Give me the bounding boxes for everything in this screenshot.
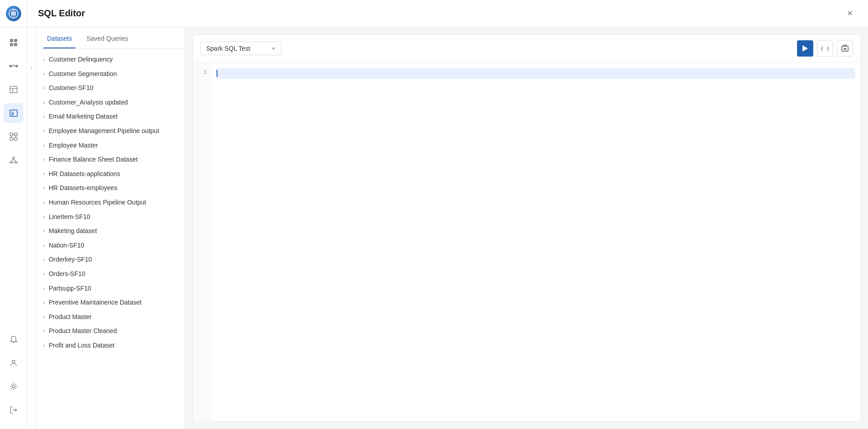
sidebar-item-grid[interactable] [4, 127, 24, 147]
sidebar-item-pipeline[interactable] [4, 56, 24, 76]
sidebar-nav [0, 0, 27, 429]
chevron-right-icon: › [43, 242, 45, 249]
line-number-1: 1 [197, 68, 207, 77]
svg-rect-11 [10, 110, 17, 116]
svg-point-23 [13, 157, 14, 159]
svg-rect-17 [10, 138, 13, 140]
list-item[interactable]: › Employee Master [36, 138, 185, 153]
collapse-icon[interactable]: › [27, 63, 36, 72]
sql-editor-modal: SQL Editor × › Datasets Saved Queries › … [27, 0, 868, 429]
panel-tabs: Datasets Saved Queries [36, 27, 185, 49]
toolbar-actions: { } [797, 40, 853, 57]
list-item[interactable]: › Human Resources Pipeline Output [36, 195, 185, 210]
svg-rect-3 [14, 39, 17, 42]
list-item[interactable]: › Profit and Loss Dataset [36, 338, 185, 353]
sidebar-item-table[interactable] [4, 80, 24, 100]
svg-rect-4 [10, 43, 13, 46]
list-item[interactable]: › Maketing dataset [36, 224, 185, 238]
dataset-name: Maketing dataset [49, 227, 178, 236]
svg-rect-5 [14, 43, 17, 46]
chevron-right-icon: › [43, 199, 45, 206]
dataset-name: Employee Management Pipeline output [49, 127, 178, 136]
format-button[interactable]: { } [817, 40, 833, 57]
list-item[interactable]: › Partsupp-SF10 [36, 281, 185, 296]
svg-rect-15 [10, 133, 13, 136]
list-item[interactable]: › Employee Management Pipeline output [36, 124, 185, 138]
list-item[interactable]: › Orderkey-SF10 [36, 253, 185, 267]
list-item[interactable]: › Customer Delinquency [36, 52, 185, 67]
clear-button[interactable] [837, 40, 853, 57]
dataset-name: Customer Segmentation [49, 70, 178, 79]
sidebar-item-profile[interactable] [4, 353, 24, 373]
dataset-name: Customer-SF10 [49, 84, 178, 93]
tab-datasets[interactable]: Datasets [43, 35, 75, 48]
chevron-right-icon: › [43, 85, 45, 91]
sidebar-item-home[interactable] [4, 33, 24, 52]
chevron-right-icon: › [43, 299, 45, 306]
dataset-name: HR Datasets-applications [49, 170, 178, 179]
svg-rect-8 [10, 86, 17, 93]
svg-point-24 [10, 162, 12, 163]
left-panel: Datasets Saved Queries › Customer Delinq… [36, 27, 185, 429]
svg-point-7 [16, 65, 18, 67]
sidebar-item-settings[interactable] [4, 377, 24, 396]
list-item[interactable]: › Email Marketing Dataset [36, 110, 185, 124]
app-logo [0, 0, 27, 27]
chevron-right-icon: › [43, 256, 45, 263]
modal-body: › Datasets Saved Queries › Customer Deli… [27, 27, 868, 429]
editor-line-1[interactable] [217, 68, 855, 79]
list-item[interactable]: › Orders-SF10 [36, 267, 185, 281]
svg-point-25 [15, 162, 17, 163]
editor-area[interactable] [211, 62, 860, 421]
sidebar-item-nodes[interactable] [4, 150, 24, 170]
svg-rect-18 [14, 138, 17, 140]
collapse-toggle[interactable]: › [27, 27, 36, 429]
line-numbers: 1 [193, 62, 211, 421]
list-item[interactable]: › HR Datasets-employees [36, 181, 185, 195]
dataset-name: Orderkey-SF10 [49, 255, 178, 264]
list-item[interactable]: › Nation-SF10 [36, 238, 185, 253]
chevron-right-icon: › [43, 56, 45, 63]
logo-circle [6, 6, 21, 21]
list-item[interactable]: › LineItem-SF10 [36, 210, 185, 224]
svg-line-27 [14, 159, 16, 162]
chevron-right-icon: › [43, 142, 45, 149]
dataset-name: Product Master Cleaned [49, 327, 178, 336]
run-button[interactable] [797, 40, 813, 57]
svg-point-6 [9, 65, 11, 67]
chevron-right-icon: › [43, 99, 45, 106]
svg-line-26 [11, 159, 14, 162]
dataset-name: Customer_Analysis updated [49, 98, 178, 107]
sidebar-item-logout[interactable] [4, 400, 24, 420]
list-item[interactable]: › Preventive Maintainence Dataset [36, 296, 185, 310]
dataset-name: LineItem-SF10 [49, 213, 178, 222]
svg-marker-31 [802, 45, 808, 52]
sidebar-item-notifications[interactable] [4, 329, 24, 349]
db-selector[interactable]: Spark SQL Test ▼ [200, 42, 282, 55]
svg-rect-16 [14, 133, 17, 136]
list-item[interactable]: › Customer-SF10 [36, 81, 185, 95]
svg-point-1 [11, 11, 16, 16]
chevron-right-icon: › [43, 156, 45, 163]
close-button[interactable]: × [843, 6, 857, 21]
svg-point-29 [12, 360, 15, 363]
chevron-right-icon: › [43, 185, 45, 191]
dataset-name: Partsupp-SF10 [49, 284, 178, 293]
sidebar-item-sql-editor[interactable] [4, 103, 24, 123]
list-item[interactable]: › Finance Balance Sheet Dataset [36, 153, 185, 167]
modal-header: SQL Editor × [27, 0, 868, 27]
list-item[interactable]: › Product Master Cleaned [36, 324, 185, 338]
dataset-name: Finance Balance Sheet Dataset [49, 155, 178, 164]
chevron-right-icon: › [43, 214, 45, 220]
dataset-name: Profit and Loss Dataset [49, 341, 178, 350]
list-item[interactable]: › Customer_Analysis updated [36, 95, 185, 110]
list-item[interactable]: › Customer Segmentation [36, 67, 185, 81]
editor-toolbar: Spark SQL Test ▼ { } [193, 35, 860, 62]
list-item[interactable]: › HR Datasets-applications [36, 167, 185, 181]
dataset-name: HR Datasets-employees [49, 184, 178, 193]
chevron-right-icon: › [43, 314, 45, 320]
list-item[interactable]: › Product Master [36, 310, 185, 324]
tab-saved-queries[interactable]: Saved Queries [83, 35, 132, 48]
dataset-name: Email Marketing Dataset [49, 112, 178, 121]
db-selector-value: Spark SQL Test [206, 45, 250, 52]
